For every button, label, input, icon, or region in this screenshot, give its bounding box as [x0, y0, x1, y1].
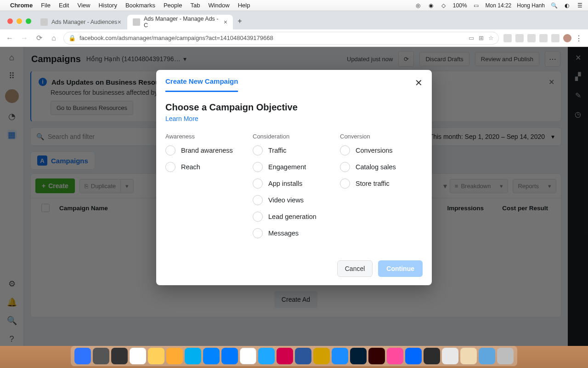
tab-audiences[interactable]: Ads Manager - Audiences × [35, 15, 127, 29]
new-tab-button[interactable]: + [233, 15, 246, 28]
ext-icon[interactable] [563, 34, 571, 42]
radio[interactable] [253, 195, 263, 205]
radio[interactable] [253, 228, 263, 238]
menu-window[interactable]: Window [208, 2, 229, 9]
dock-app-icon[interactable] [387, 348, 403, 364]
wifi-icon[interactable]: ◇ [440, 2, 447, 9]
dock-app-icon[interactable] [368, 348, 385, 364]
dock-app-icon[interactable] [111, 348, 128, 364]
ext-icon[interactable] [539, 34, 548, 42]
menu-people[interactable]: People [164, 2, 182, 9]
modal-close-icon[interactable]: ✕ [415, 77, 423, 88]
ext-icon[interactable] [503, 34, 512, 42]
radio[interactable] [165, 145, 175, 155]
status-icon[interactable]: ◉ [427, 2, 435, 9]
dock-app-icon[interactable] [479, 348, 495, 364]
radio[interactable] [340, 162, 350, 172]
dock-app-icon[interactable] [130, 348, 146, 364]
radio[interactable] [253, 212, 263, 222]
radio[interactable] [165, 162, 175, 172]
ext-icon[interactable] [515, 34, 524, 42]
tab-close-icon[interactable]: × [224, 18, 227, 26]
dock-app-icon[interactable] [405, 348, 422, 364]
learn-more-link[interactable]: Learn More [165, 115, 198, 122]
ext-icon[interactable] [551, 34, 560, 42]
dock-app-icon[interactable] [221, 348, 238, 364]
menu-edit[interactable]: Edit [59, 2, 69, 9]
window-zoom[interactable] [26, 18, 31, 24]
menu-history[interactable]: History [98, 2, 117, 9]
battery-text: 100% [453, 2, 467, 9]
objective-store-traffic[interactable]: Store traffic [340, 178, 423, 189]
modal-tab[interactable]: Create New Campaign [165, 77, 238, 92]
tab-manage-ads[interactable]: Ads Manager - Manage Ads - C × [127, 15, 233, 29]
window-minimize[interactable] [17, 18, 22, 24]
reload-button[interactable]: ⟳ [34, 34, 44, 42]
dock-app-icon[interactable] [74, 348, 91, 364]
dock-app-icon[interactable] [332, 348, 348, 364]
menu-tab[interactable]: Tab [190, 2, 200, 9]
dock-app-icon[interactable] [424, 348, 440, 364]
dock-app-icon[interactable] [313, 348, 330, 364]
menu-bookmarks[interactable]: Bookmarks [125, 2, 155, 9]
translate-icon[interactable]: ⊞ [479, 34, 484, 41]
user-name[interactable]: Hong Hanh [517, 2, 545, 9]
battery-icon[interactable]: ▭ [473, 2, 480, 9]
spotlight-icon[interactable]: 🔍 [550, 2, 558, 9]
cancel-button[interactable]: Cancel [337, 260, 373, 277]
macos-menubar: Chrome File Edit View History Bookmarks … [0, 0, 588, 11]
objective-engagement[interactable]: Engagement [253, 162, 335, 172]
ext-icon[interactable] [527, 34, 536, 42]
dock-app-icon[interactable] [240, 348, 256, 364]
dock-app-icon[interactable] [350, 348, 367, 364]
objective-video-views[interactable]: Video views [253, 195, 335, 205]
objective-messages[interactable]: Messages [253, 228, 335, 238]
url-text: facebook.com/adsmanager/manage/campaigns… [79, 34, 273, 41]
forward-button[interactable]: → [19, 34, 29, 42]
dock-app-icon[interactable] [166, 348, 183, 364]
app-name[interactable]: Chrome [10, 2, 33, 9]
tab-title: Ads Manager - Audiences [51, 19, 117, 25]
dock-app-icon[interactable] [460, 348, 477, 364]
extensions: ⋮ [503, 34, 583, 42]
objective-conversions[interactable]: Conversions [340, 145, 423, 155]
back-button[interactable]: ← [5, 34, 15, 42]
menu-view[interactable]: View [77, 2, 90, 9]
clock[interactable]: Mon 14:22 [486, 2, 512, 9]
objective-catalog-sales[interactable]: Catalog sales [340, 162, 423, 172]
home-button[interactable]: ⌂ [49, 34, 59, 42]
radio[interactable] [340, 178, 350, 189]
dock-app-icon[interactable] [277, 348, 293, 364]
dock-app-icon[interactable] [258, 348, 275, 364]
objective-brand-awareness[interactable]: Brand awareness [165, 145, 248, 155]
screen-icon[interactable]: ▭ [469, 34, 474, 41]
group-title: Conversion [340, 133, 423, 140]
tab-close-icon[interactable]: × [118, 18, 121, 26]
siri-icon[interactable]: ◐ [563, 2, 571, 9]
dock-app-icon[interactable] [295, 348, 311, 364]
modal-heading: Choose a Campaign Objective [165, 102, 423, 113]
dock-app-icon[interactable] [442, 348, 458, 364]
dock-trash-icon[interactable] [497, 348, 514, 364]
menu-icon[interactable]: ☰ [576, 2, 583, 9]
objective-lead-generation[interactable]: Lead generation [253, 212, 335, 222]
radio[interactable] [253, 162, 263, 172]
dock-app-icon[interactable] [203, 348, 220, 364]
objective-app-installs[interactable]: App installs [253, 178, 335, 189]
address-bar[interactable]: 🔒 facebook.com/adsmanager/manage/campaig… [63, 32, 499, 45]
continue-button[interactable]: Continue [378, 260, 423, 277]
star-icon[interactable]: ☆ [488, 34, 494, 41]
dock-app-icon[interactable] [148, 348, 164, 364]
menu-help[interactable]: Help [238, 2, 250, 9]
chrome-menu-icon[interactable]: ⋮ [575, 34, 583, 42]
objective-reach[interactable]: Reach [165, 162, 248, 172]
dock-app-icon[interactable] [93, 348, 109, 364]
dock-app-icon[interactable] [185, 348, 201, 364]
window-close[interactable] [7, 18, 13, 24]
radio[interactable] [253, 145, 263, 155]
radio[interactable] [340, 145, 350, 155]
cc-icon[interactable]: ◎ [414, 2, 422, 9]
radio[interactable] [253, 178, 263, 189]
menu-file[interactable]: File [41, 2, 51, 9]
objective-traffic[interactable]: Traffic [253, 145, 335, 155]
